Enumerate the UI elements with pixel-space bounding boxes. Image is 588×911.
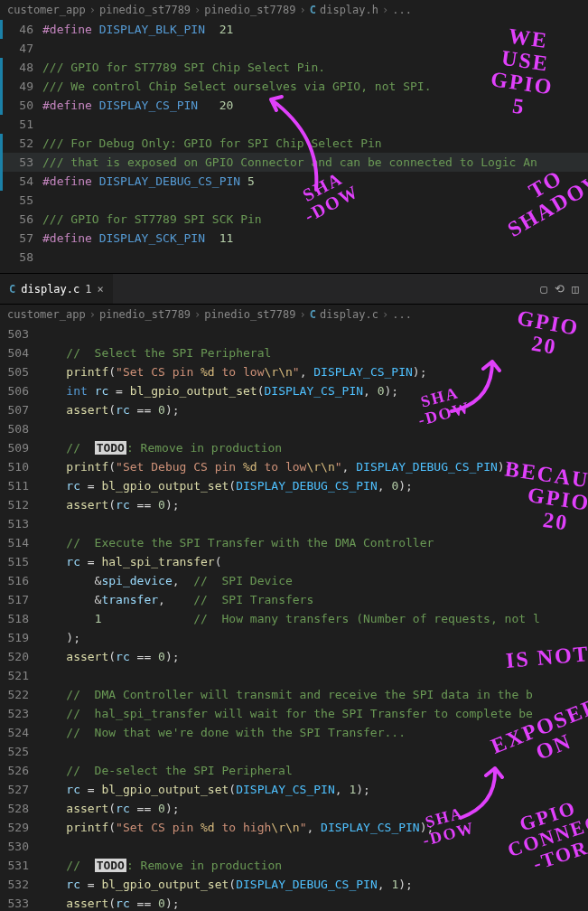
editor-pane-header[interactable]: 46#define DISPLAY_BLK_PIN 214748/// GPIO… [0,20,588,273]
breadcrumb-more[interactable]: ... [392,4,412,16]
breadcrumb-seg[interactable]: pinedio_st7789 [99,308,191,321]
code-line[interactable]: 526 // De-select the SPI Peripheral [0,761,588,780]
code-content[interactable]: /// We control Chip Select ourselves via… [42,77,431,96]
code-content[interactable]: rc = bl_gpio_output_set(DISPLAY_DEBUG_CS… [38,875,413,894]
breadcrumb-seg[interactable]: pinedio_st7789 [204,308,295,321]
code-line[interactable]: 504 // Select the SPI Peripheral [0,343,588,362]
code-line[interactable]: 509 // TODO: Remove in production [0,438,588,457]
code-content[interactable]: /// that is exposed on GPIO Connector an… [42,153,537,172]
breadcrumb-seg[interactable]: pinedio_st7789 [204,4,295,16]
code-line[interactable]: 520 assert(rc == 0); [0,647,588,666]
code-line[interactable]: 505 printf("Set CS pin %d to low\r\n", D… [0,362,588,381]
code-line[interactable]: 506 int rc = bl_gpio_output_set(DISPLAY_… [0,381,588,400]
close-icon[interactable]: × [98,283,104,296]
code-line[interactable]: 524 // Now that we're done with the SPI … [0,723,588,742]
code-content[interactable]: printf("Set CS pin %d to low\r\n", DISPL… [38,362,427,381]
code-content[interactable]: /// GPIO for ST7789 SPI Chip Select Pin. [42,58,325,77]
code-line[interactable]: 503 [0,324,588,343]
breadcrumb-seg[interactable]: pinedio_st7789 [99,4,191,16]
code-content[interactable]: printf("Set CS pin %d to high\r\n", DISP… [38,818,434,837]
code-content[interactable]: rc = bl_gpio_output_set(DISPLAY_CS_PIN, … [38,780,370,799]
code-content[interactable]: int rc = bl_gpio_output_set(DISPLAY_CS_P… [38,381,398,400]
code-line[interactable]: 513 [0,514,588,533]
code-content[interactable]: // Execute the SPI Transfer with the DMA… [38,533,434,552]
tab-label: display.c [21,283,79,296]
code-content[interactable]: #define DISPLAY_DEBUG_CS_PIN 5 [42,172,255,191]
code-content[interactable]: #define DISPLAY_BLK_PIN 21 [42,20,233,39]
code-content[interactable]: /// GPIO for ST7789 SPI SCK Pin [42,210,262,229]
breadcrumb-seg[interactable]: customer_app [7,308,86,321]
code-line[interactable]: 46#define DISPLAY_BLK_PIN 21 [0,20,588,39]
code-line[interactable]: 532 rc = bl_gpio_output_set(DISPLAY_DEBU… [0,875,588,894]
code-content[interactable]: // hal_spi_transfer will wait for the SP… [38,704,533,723]
code-line[interactable]: 518 1 // How many transfers (Number of r… [0,609,588,628]
code-line[interactable]: 53/// that is exposed on GPIO Connector … [0,153,588,172]
line-number: 529 [0,818,38,837]
code-content[interactable]: rc = bl_gpio_output_set(DISPLAY_DEBUG_CS… [38,476,413,495]
code-content[interactable]: // TODO: Remove in production [38,856,282,875]
breadcrumb-file[interactable]: display.c [320,308,378,321]
code-content[interactable]: // De-select the SPI Peripheral [38,761,293,780]
breadcrumb-source[interactable]: customer_app › pinedio_st7789 › pinedio_… [0,305,588,324]
code-line[interactable]: 517 &transfer, // SPI Transfers [0,590,588,609]
code-line[interactable]: 511 rc = bl_gpio_output_set(DISPLAY_DEBU… [0,476,588,495]
code-line[interactable]: 58 [0,248,588,267]
code-content[interactable]: assert(rc == 0); [38,647,180,666]
code-line[interactable]: 515 rc = hal_spi_transfer( [0,552,588,571]
code-line[interactable]: 507 assert(rc == 0); [0,400,588,419]
code-line[interactable]: 56/// GPIO for ST7789 SPI SCK Pin [0,210,588,229]
code-content[interactable]: #define DISPLAY_CS_PIN 20 [42,96,233,115]
code-line[interactable]: 522 // DMA Controller will transmit and … [0,685,588,704]
code-content[interactable]: &spi_device, // SPI Device [38,571,293,590]
code-line[interactable]: 52/// For Debug Only: GPIO for SPI Chip … [0,134,588,153]
code-line[interactable]: 531 // TODO: Remove in production [0,856,588,875]
code-content[interactable]: rc = hal_spi_transfer( [38,552,222,571]
code-content[interactable]: // DMA Controller will transmit and rece… [38,685,533,704]
editor-pane-source[interactable]: 503504 // Select the SPI Peripheral505 p… [0,324,588,911]
split-icon[interactable]: ◫ [572,282,579,296]
code-line[interactable]: 530 [0,837,588,856]
code-content[interactable]: printf("Set Debug CS pin %d to low\r\n",… [38,457,511,476]
code-line[interactable]: 48/// GPIO for ST7789 SPI Chip Select Pi… [0,58,588,77]
code-line[interactable]: 47 [0,39,588,58]
code-content[interactable]: ); [38,628,80,647]
breadcrumb-more[interactable]: ... [392,308,412,321]
git-icon[interactable]: ⟲ [555,282,565,296]
code-line[interactable]: 508 [0,419,588,438]
code-line[interactable]: 527 rc = bl_gpio_output_set(DISPLAY_CS_P… [0,780,588,799]
breadcrumb-header[interactable]: customer_app › pinedio_st7789 › pinedio_… [0,0,588,20]
code-content[interactable]: // Select the SPI Peripheral [38,343,271,362]
breadcrumb-seg[interactable]: customer_app [7,4,86,16]
code-line[interactable]: 55 [0,191,588,210]
code-line[interactable]: 51 [0,115,588,134]
code-line[interactable]: 525 [0,742,588,761]
code-content[interactable]: // TODO: Remove in production [38,438,282,457]
code-line[interactable]: 510 printf("Set Debug CS pin %d to low\r… [0,457,588,476]
tab-display-c[interactable]: C display.c 1 × [0,274,113,304]
code-line[interactable]: 57#define DISPLAY_SCK_PIN 11 [0,229,588,248]
code-line[interactable]: 533 assert(rc == 0); [0,894,588,911]
code-line[interactable]: 514 // Execute the SPI Transfer with the… [0,533,588,552]
code-content[interactable]: assert(rc == 0); [38,495,180,514]
breadcrumb-file[interactable]: display.h [320,4,378,16]
line-number: 514 [0,533,38,552]
code-line[interactable]: 54#define DISPLAY_DEBUG_CS_PIN 5 [0,172,588,191]
code-content[interactable]: &transfer, // SPI Transfers [38,590,313,609]
code-content[interactable]: assert(rc == 0); [38,894,180,911]
code-content[interactable]: assert(rc == 0); [38,799,180,818]
code-line[interactable]: 519 ); [0,628,588,647]
code-content[interactable]: #define DISPLAY_SCK_PIN 11 [42,229,233,248]
code-line[interactable]: 49/// We control Chip Select ourselves v… [0,77,588,96]
code-content[interactable]: assert(rc == 0); [38,400,180,419]
compare-icon[interactable]: ▢ [540,282,547,296]
code-content[interactable]: /// For Debug Only: GPIO for SPI Chip Se… [42,134,382,153]
code-line[interactable]: 521 [0,666,588,685]
code-line[interactable]: 528 assert(rc == 0); [0,799,588,818]
code-line[interactable]: 512 assert(rc == 0); [0,495,588,514]
code-line[interactable]: 523 // hal_spi_transfer will wait for th… [0,704,588,723]
code-content[interactable]: 1 // How many transfers (Number of reque… [38,609,540,628]
code-line[interactable]: 516 &spi_device, // SPI Device [0,571,588,590]
code-line[interactable]: 50#define DISPLAY_CS_PIN 20 [0,96,588,115]
code-content[interactable]: // Now that we're done with the SPI Tran… [38,723,406,742]
code-line[interactable]: 529 printf("Set CS pin %d to high\r\n", … [0,818,588,837]
